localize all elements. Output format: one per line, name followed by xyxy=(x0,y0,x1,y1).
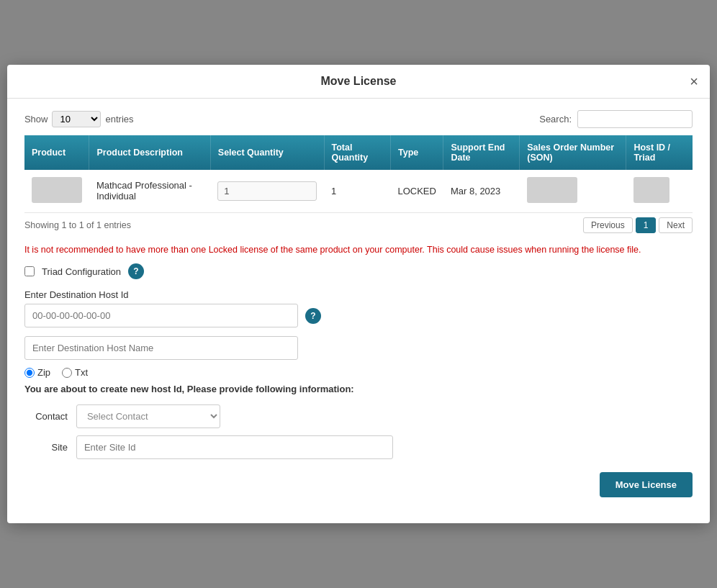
dest-host-id-label: Enter Destination Host Id xyxy=(24,289,693,300)
site-input[interactable] xyxy=(76,435,393,459)
col-header-product: Product xyxy=(24,135,89,170)
warning-text: It is not recommended to have more than … xyxy=(24,243,693,257)
show-label: Show xyxy=(24,114,48,125)
move-license-button[interactable]: Move License xyxy=(600,472,693,497)
file-format-row: Zip Txt xyxy=(24,367,693,378)
close-button[interactable]: × xyxy=(690,74,698,89)
txt-option: Txt xyxy=(62,367,88,378)
contact-site-section: Contact Select Contact Site xyxy=(24,404,693,459)
cell-select-quantity xyxy=(210,170,324,213)
zip-option: Zip xyxy=(24,367,50,378)
modal-title: Move License xyxy=(321,75,397,88)
contact-select[interactable]: Select Contact xyxy=(76,404,220,428)
entries-label: entries xyxy=(105,114,133,125)
show-entries-control: Show 10 25 50 100 entries xyxy=(24,111,134,127)
txt-label: Txt xyxy=(75,367,88,378)
triad-help-icon[interactable]: ? xyxy=(128,263,144,279)
quantity-input[interactable] xyxy=(217,181,317,201)
site-row: Site xyxy=(24,435,693,459)
next-button[interactable]: Next xyxy=(659,217,693,233)
entries-select[interactable]: 10 25 50 100 xyxy=(52,111,101,127)
col-header-support-end-date: Support End Date xyxy=(443,135,520,170)
txt-radio[interactable] xyxy=(62,368,72,378)
col-header-host-id-triad: Host ID / Triad xyxy=(626,135,693,170)
cell-type: LOCKED xyxy=(390,170,443,213)
cell-product-description: Mathcad Professional - Individual xyxy=(89,170,210,213)
triad-config-label: Triad Configuration xyxy=(42,266,121,277)
col-header-select-quantity: Select Quantity xyxy=(210,135,324,170)
col-header-product-description: Product Description xyxy=(89,135,210,170)
pagination: Previous 1 Next xyxy=(583,217,693,233)
search-label: Search: xyxy=(539,114,572,125)
col-header-total-quantity: Total Quantity xyxy=(324,135,390,170)
dest-host-id-row: ? xyxy=(24,304,693,327)
contact-label: Contact xyxy=(24,411,68,422)
page-1-button[interactable]: 1 xyxy=(636,217,657,233)
triad-config-checkbox[interactable] xyxy=(24,266,35,276)
info-text: You are about to create new host Id, Ple… xyxy=(24,384,693,394)
table-header-row: Product Product Description Select Quant… xyxy=(24,135,693,170)
table-row: Mathcad Professional - Individual 1 LOCK… xyxy=(24,170,693,213)
bottom-actions: Move License xyxy=(24,472,693,497)
table-controls: Show 10 25 50 100 entries Search: xyxy=(24,110,693,128)
modal-body: Show 10 25 50 100 entries Search: xyxy=(7,99,710,510)
zip-label: Zip xyxy=(37,367,50,378)
license-table: Product Product Description Select Quant… xyxy=(24,135,693,213)
cell-total-quantity: 1 xyxy=(324,170,390,213)
cell-product xyxy=(24,170,89,213)
col-header-type: Type xyxy=(390,135,443,170)
dest-host-name-section xyxy=(24,336,693,360)
search-input[interactable] xyxy=(577,110,693,128)
move-license-modal: Move License × Show 10 25 50 100 entries xyxy=(7,65,710,524)
col-header-son: Sales Order Number (SON) xyxy=(520,135,626,170)
showing-entries: Showing 1 to 1 of 1 entries xyxy=(24,220,131,230)
dest-host-id-input[interactable] xyxy=(24,304,298,327)
product-placeholder xyxy=(32,177,82,203)
son-placeholder xyxy=(527,177,577,203)
search-box: Search: xyxy=(539,110,693,128)
site-label: Site xyxy=(24,442,68,453)
cell-support-end-date: Mar 8, 2023 xyxy=(443,170,520,213)
cell-host-id-triad xyxy=(626,170,693,213)
previous-button[interactable]: Previous xyxy=(583,217,633,233)
contact-row: Contact Select Contact xyxy=(24,404,693,428)
dest-host-id-section: Enter Destination Host Id ? xyxy=(24,289,693,327)
modal-header: Move License × xyxy=(7,65,710,99)
host-id-help-icon[interactable]: ? xyxy=(305,308,321,324)
dest-host-name-input[interactable] xyxy=(24,336,298,360)
zip-radio[interactable] xyxy=(24,368,35,378)
table-footer: Showing 1 to 1 of 1 entries Previous 1 N… xyxy=(24,217,693,233)
cell-son xyxy=(520,170,626,213)
host-id-placeholder xyxy=(633,177,669,203)
triad-config-row: Triad Configuration ? xyxy=(24,263,693,279)
